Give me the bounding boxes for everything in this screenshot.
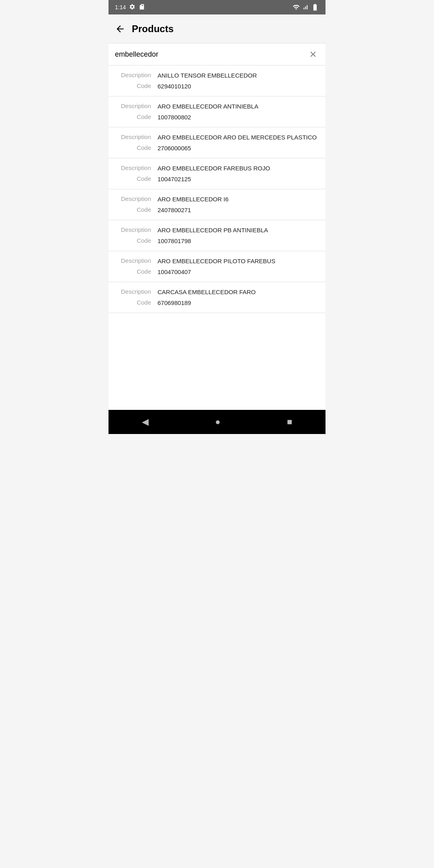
code-label: Code	[115, 268, 151, 275]
product-item[interactable]: DescriptionARO EMBELLECEDOR FAREBUS ROJO…	[108, 158, 326, 189]
nav-recent-button[interactable]: ■	[277, 414, 302, 430]
code-row: Code1007801798	[115, 237, 319, 245]
description-value: ARO EMBELLECEDOR PB ANTINIEBLA	[158, 226, 319, 234]
bottom-nav: ◀ ● ■	[108, 410, 326, 434]
status-bar: 1:14	[108, 0, 326, 14]
status-right	[293, 3, 319, 11]
code-label: Code	[115, 299, 151, 306]
description-value: ARO EMBELLECEDOR I6	[158, 195, 319, 203]
code-value: 1007801798	[158, 237, 319, 245]
description-value: ARO EMBELLECEDOR PILOTO FAREBUS	[158, 257, 319, 265]
nav-back-button[interactable]: ◀	[132, 414, 158, 430]
description-value: ANILLO TENSOR EMBELLECEDOR	[158, 71, 319, 80]
description-row: DescriptionARO EMBELLECEDOR FAREBUS ROJO	[115, 164, 319, 172]
signal-icon	[302, 4, 309, 10]
code-value: 6294010120	[158, 82, 319, 90]
nav-home-button[interactable]: ●	[205, 414, 230, 430]
description-value: ARO EMBELLECEDOR FAREBUS ROJO	[158, 164, 319, 172]
description-label: Description	[115, 226, 151, 233]
sd-card-icon	[139, 4, 145, 11]
description-row: DescriptionARO EMBELLECEDOR PILOTO FAREB…	[115, 257, 319, 265]
code-row: Code1007800802	[115, 113, 319, 121]
description-row: DescriptionARO EMBELLECEDOR I6	[115, 195, 319, 203]
description-value: ARO EMBELLECEDOR ANTINIEBLA	[158, 102, 319, 111]
search-input[interactable]	[115, 50, 307, 59]
code-label: Code	[115, 237, 151, 244]
product-item[interactable]: DescriptionARO EMBELLECEDOR PB ANTINIEBL…	[108, 220, 326, 251]
battery-icon	[311, 3, 319, 11]
description-label: Description	[115, 102, 151, 109]
code-label: Code	[115, 144, 151, 151]
code-row: Code6294010120	[115, 82, 319, 90]
code-value: 1004700407	[158, 268, 319, 276]
description-row: DescriptionARO EMBELLECEDOR ARO DEL MERC…	[115, 133, 319, 141]
back-button[interactable]	[115, 22, 129, 36]
code-value: 2407800271	[158, 206, 319, 214]
code-value: 1004702125	[158, 175, 319, 183]
code-label: Code	[115, 82, 151, 89]
description-label: Description	[115, 288, 151, 295]
app-bar: Products	[108, 14, 326, 43]
code-row: Code1004702125	[115, 175, 319, 183]
code-label: Code	[115, 113, 151, 120]
description-label: Description	[115, 257, 151, 264]
status-left: 1:14	[115, 4, 145, 11]
code-label: Code	[115, 206, 151, 213]
description-label: Description	[115, 164, 151, 171]
search-bar	[108, 43, 326, 66]
settings-icon	[129, 4, 135, 11]
code-value: 6706980189	[158, 299, 319, 307]
search-clear-button[interactable]	[307, 48, 319, 60]
code-row: Code2407800271	[115, 206, 319, 214]
description-value: CARCASA EMBELLECEDOR FARO	[158, 288, 319, 296]
description-label: Description	[115, 195, 151, 202]
status-time: 1:14	[115, 4, 126, 10]
wifi-icon	[293, 4, 300, 11]
description-label: Description	[115, 133, 151, 140]
code-value: 1007800802	[158, 113, 319, 121]
description-label: Description	[115, 71, 151, 78]
product-list: DescriptionANILLO TENSOR EMBELLECEDORCod…	[108, 66, 326, 410]
code-value: 2706000065	[158, 144, 319, 152]
product-item[interactable]: DescriptionARO EMBELLECEDOR ANTINIEBLACo…	[108, 96, 326, 127]
code-row: Code6706980189	[115, 299, 319, 307]
code-row: Code1004700407	[115, 268, 319, 276]
code-label: Code	[115, 175, 151, 182]
code-row: Code2706000065	[115, 144, 319, 152]
description-row: DescriptionARO EMBELLECEDOR PB ANTINIEBL…	[115, 226, 319, 234]
product-item[interactable]: DescriptionARO EMBELLECEDOR I6Code240780…	[108, 189, 326, 220]
product-item[interactable]: DescriptionANILLO TENSOR EMBELLECEDORCod…	[108, 66, 326, 96]
description-row: DescriptionARO EMBELLECEDOR ANTINIEBLA	[115, 102, 319, 111]
description-row: DescriptionCARCASA EMBELLECEDOR FARO	[115, 288, 319, 296]
product-item[interactable]: DescriptionCARCASA EMBELLECEDOR FAROCode…	[108, 282, 326, 313]
page-title: Products	[132, 23, 174, 35]
product-item[interactable]: DescriptionARO EMBELLECEDOR ARO DEL MERC…	[108, 127, 326, 158]
product-item[interactable]: DescriptionARO EMBELLECEDOR PILOTO FAREB…	[108, 251, 326, 282]
description-row: DescriptionANILLO TENSOR EMBELLECEDOR	[115, 71, 319, 80]
description-value: ARO EMBELLECEDOR ARO DEL MERCEDES PLASTI…	[158, 133, 319, 141]
